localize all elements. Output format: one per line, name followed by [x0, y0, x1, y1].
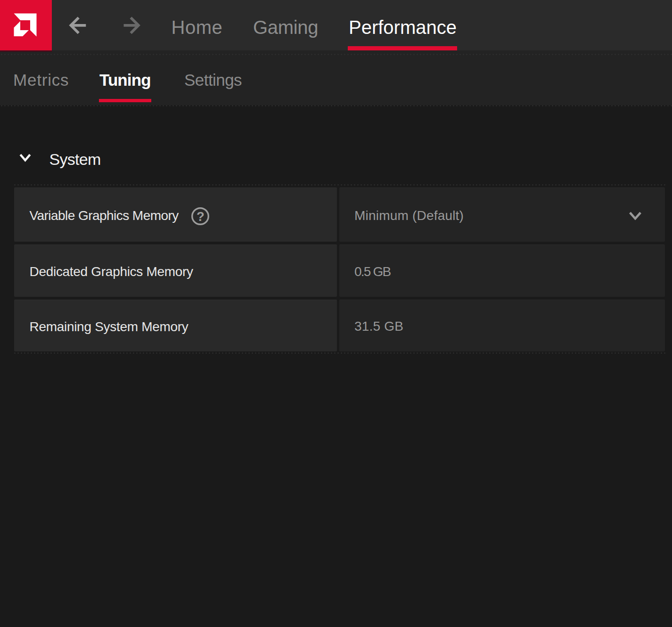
svg-text:?: ? — [197, 209, 204, 224]
